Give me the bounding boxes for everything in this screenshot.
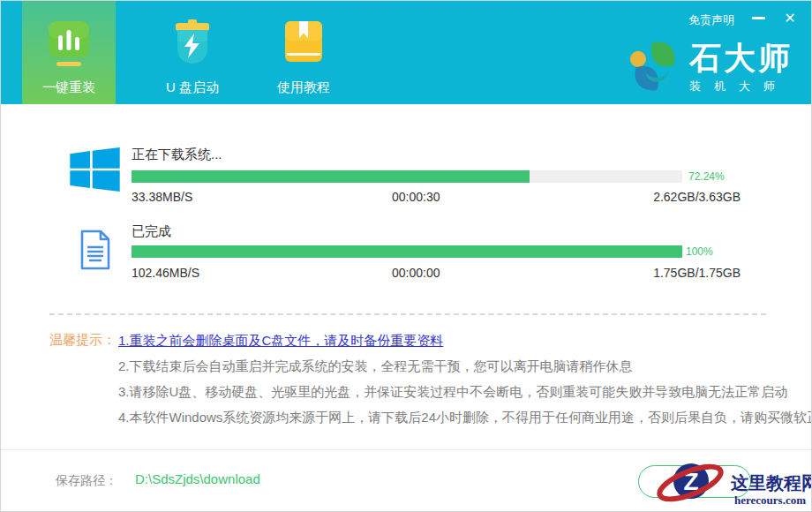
download-progressbar [132, 170, 682, 183]
download-stats: 33.38MB/S 00:00:30 2.62GB/3.63GB [132, 190, 741, 206]
tips-label: 温馨提示： [49, 332, 116, 349]
windows-logo-icon [70, 147, 120, 195]
brand-logo-icon [629, 40, 680, 96]
download-progress-fill [132, 245, 682, 258]
close-icon: ✕ [784, 10, 795, 26]
header: 一键重装 U 盘启动 [1, 1, 812, 104]
minimize-icon [752, 17, 765, 19]
tab-tutorial[interactable]: 使用教程 [259, 1, 348, 104]
download-title: 正在下载系统... [132, 147, 222, 163]
tab-one-click-reinstall[interactable]: 一键重装 [22, 1, 116, 104]
download-size: 1.75GB/1.75GB [653, 266, 741, 280]
watermark-site-url: herecours.com [734, 493, 806, 508]
download-speed: 33.38MB/S [132, 190, 192, 204]
watermark-site-name: 这里教程网 [731, 471, 812, 495]
download-speed: 102.46MB/S [132, 266, 199, 280]
tab-label: U 盘启动 [166, 79, 219, 96]
footer-divider [1, 449, 812, 450]
tab-label: 使用教程 [277, 79, 330, 96]
tip-item-license: 4.本软件Windows系统资源均来源于网上，请下载后24小时删除，不得用于任何… [118, 410, 812, 426]
disclaimer-link[interactable]: 免责声明 [688, 12, 734, 28]
save-path-value: D:\SdsZjds\download [135, 471, 260, 486]
tab-usb-boot[interactable]: U 盘启动 [148, 1, 237, 104]
download-stats: 102.46MB/S 00:00:00 1.75GB/1.75GB [132, 266, 741, 282]
close-button[interactable]: ✕ [778, 8, 801, 27]
reinstall-chart-icon [46, 19, 92, 72]
tutorial-book-icon [281, 19, 327, 72]
tab-label: 一键重装 [42, 79, 95, 96]
save-path-label: 保存路径： [56, 473, 117, 489]
download-elapsed: 00:00:00 [392, 266, 440, 280]
app-window: 一键重装 U 盘启动 [0, 0, 812, 512]
tip-item-backup[interactable]: 1.重装之前会删除桌面及C盘文件，请及时备份重要资料 [118, 333, 443, 350]
tip-item-remove-usb: 3.请移除U盘、移动硬盘、光驱里的光盘，并保证安装过程中不会断电，否则重装可能失… [118, 384, 787, 401]
download-progress-fill [132, 170, 530, 183]
brand-subtitle: 装机大师 [689, 79, 793, 94]
watermark: Z 这里教程网 herecours.com [654, 453, 812, 512]
download-elapsed: 00:00:30 [392, 190, 440, 204]
usb-boot-icon [169, 19, 215, 72]
minimize-button[interactable] [747, 8, 770, 27]
download-progressbar [132, 245, 682, 258]
tip-item-auto-restart: 2.下载结束后会自动重启并完成系统的安装，全程无需干预，您可以离开电脑请稍作休息 [118, 358, 633, 375]
brand-title: 石大师 [689, 40, 793, 76]
download-percent: 100% [686, 245, 713, 258]
download-size: 2.62GB/3.63GB [653, 190, 741, 204]
document-icon [78, 229, 113, 275]
download-percent: 72.24% [688, 170, 725, 183]
brand-logo: 石大师 装机大师 [629, 40, 793, 96]
download-title: 已完成 [132, 223, 171, 240]
divider-dashed [49, 313, 766, 315]
